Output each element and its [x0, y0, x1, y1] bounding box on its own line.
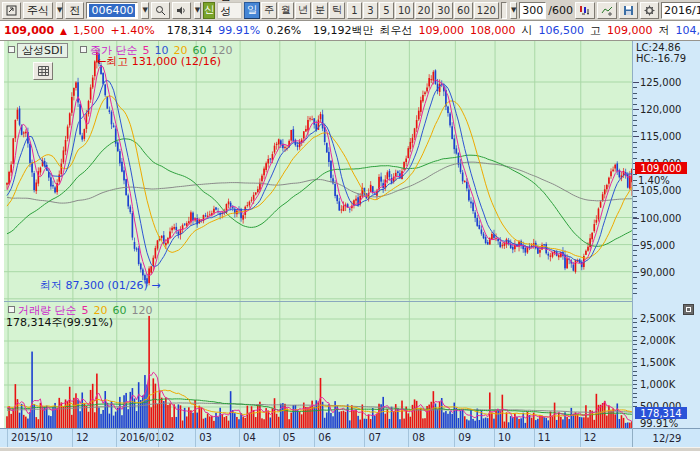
pane-expand-icon[interactable] [683, 304, 694, 315]
save-button[interactable] [619, 2, 638, 19]
period-button-분[interactable]: 분 [312, 2, 328, 19]
tick-dash [634, 136, 639, 137]
date-label-12: 12 [76, 432, 89, 443]
period-button-월[interactable]: 월 [278, 2, 294, 19]
symbol-label: 삼성SDI [22, 43, 63, 58]
trendline-icon [601, 5, 613, 16]
interval-dropdown-arrow[interactable]: ▼ [510, 2, 517, 19]
high-label: 고 [590, 23, 601, 38]
right-axis[interactable]: LC:24.86 HC:-16.79 125,000120,000115,000… [632, 41, 700, 447]
date-input[interactable]: 2016/12/29 [661, 2, 700, 19]
open-label: 시 [522, 23, 533, 38]
volume-ratio: 99.91% [218, 24, 260, 37]
turnover-ratio: 0.26% [266, 24, 301, 37]
price-tick-125,000: 125,000 [640, 77, 681, 88]
interval-button-5[interactable]: 5 [379, 2, 394, 19]
period-high-annotation: ←최고 131,000 (12/16) [97, 54, 221, 69]
interval-button-1[interactable]: 1 [347, 2, 362, 19]
date-cell-border [239, 429, 240, 447]
data-table-button[interactable] [33, 62, 53, 80]
low-label: 저 [659, 23, 670, 38]
date-label-02: 02 [162, 432, 175, 443]
date-cell-border [7, 429, 8, 447]
window-link-button[interactable] [2, 2, 21, 19]
price-tick-115,000: 115,000 [640, 131, 681, 142]
asset-type-dropdown-arrow[interactable]: ▼ [56, 2, 63, 19]
date-value: 2016/12/29 [664, 4, 700, 17]
extra-interval-field [501, 2, 507, 19]
settings-button[interactable] [640, 2, 659, 19]
period-button-틱[interactable]: 틱 [329, 2, 345, 19]
date-label-04: 04 [243, 432, 256, 443]
period-low-text: 최저 87,300 (01/26) → [40, 279, 160, 292]
stock-code-value: 006400 [89, 4, 135, 17]
best-ask: 109,000 [419, 24, 465, 37]
symbol-badge[interactable]: 삼성SDI [17, 43, 68, 58]
save-disk-icon [623, 5, 634, 16]
date-cell-border [454, 429, 455, 447]
asset-type-dropdown[interactable]: 주식 [23, 2, 53, 19]
interval-button-120[interactable]: 120 [474, 2, 499, 19]
trade-value: 19,192백만 [313, 23, 374, 38]
line-tool-button[interactable] [597, 2, 617, 19]
code-dropdown-arrow[interactable]: ▼ [141, 2, 148, 19]
current-price-badge-text: 109,000 [640, 163, 681, 174]
date-cell-border [408, 429, 409, 447]
volume-tick-2,500K: 2,500K [640, 313, 675, 324]
volume-value: 178,314 [167, 24, 213, 37]
price-chart-svg [4, 41, 632, 301]
date-cell-border [72, 429, 73, 447]
volume-readout-text: 178,314주(99.91%) [6, 316, 113, 329]
current-price: 109,000 [4, 24, 54, 37]
volume-pane[interactable]: 거래량 단순 52060120 178,314주(99.91%) [4, 301, 632, 428]
quote-infobar: 109,000 ▲ 1,500 +1.40% 178,314 99.91% 0.… [0, 21, 700, 41]
search-icon [155, 5, 166, 16]
bars-shown-value: 300 [522, 4, 543, 17]
legend-marker-icon[interactable] [80, 46, 87, 53]
interval-button-10[interactable]: 10 [395, 2, 414, 19]
date-cell-border [116, 429, 117, 447]
bars-total-label: /600 [548, 4, 573, 17]
date-label-10: 10 [498, 432, 511, 443]
date-axis[interactable]: 2015/10122016/010203040506070809101112 [0, 428, 632, 447]
pane-marker-icon[interactable] [8, 46, 15, 53]
lc-readout: LC:24.86 [636, 42, 681, 53]
jeon-button[interactable]: 전 [65, 2, 84, 19]
interval-button-60[interactable]: 60 [454, 2, 473, 19]
period-button-년[interactable]: 년 [295, 2, 311, 19]
main-toolbar: 주식 ▼ 전 006400 ▼ ▼ 신 삼성SDI 일주월년분틱 1351020… [0, 0, 700, 21]
search-button[interactable] [151, 2, 170, 19]
chevron-down-icon: ▼ [57, 6, 62, 14]
chart-area: 삼성SDI 종가 단순 5102060120 ←최고 131,000 (12/1… [0, 41, 700, 447]
tick-dash [634, 218, 639, 219]
period-high-text: ←최고 131,000 (12/16) [97, 55, 221, 68]
tick-dash [634, 245, 639, 246]
asset-type-label: 주식 [27, 3, 49, 18]
date-label-07: 07 [368, 432, 381, 443]
bars-shown-input[interactable]: 300 [519, 2, 546, 19]
stock-code-input[interactable]: 006400 [86, 2, 138, 19]
compare-chart-button[interactable] [575, 2, 595, 19]
grid-icon [38, 66, 49, 76]
interval-button-30[interactable]: 30 [434, 2, 453, 19]
period-button-일[interactable]: 일 [244, 2, 260, 19]
date-cell-border [580, 429, 581, 447]
low-price: 104,000 [676, 24, 700, 37]
tick-dash [634, 272, 639, 273]
price-pane[interactable]: 삼성SDI 종가 단순 5102060120 ←최고 131,000 (12/1… [4, 41, 632, 301]
date-label-09: 09 [458, 432, 471, 443]
volume-tickmarks [633, 318, 637, 410]
interval-button-20[interactable]: 20 [415, 2, 434, 19]
ma-legend-120: 120 [132, 304, 153, 317]
interval-button-3[interactable]: 3 [363, 2, 378, 19]
current-price-badge: 109,000 [635, 162, 687, 174]
sound-button[interactable] [172, 2, 191, 19]
tick-dash [634, 109, 639, 110]
legend-marker-icon[interactable] [8, 306, 15, 313]
date-cell-border [195, 429, 196, 447]
current-volume-pct: 99.91% [640, 418, 678, 429]
date-label-2016/01: 2016/01 [120, 432, 162, 443]
period-button-주[interactable]: 주 [261, 2, 277, 19]
tick-dash [634, 190, 639, 191]
sound-dropdown-arrow[interactable]: ▼ [194, 2, 201, 19]
